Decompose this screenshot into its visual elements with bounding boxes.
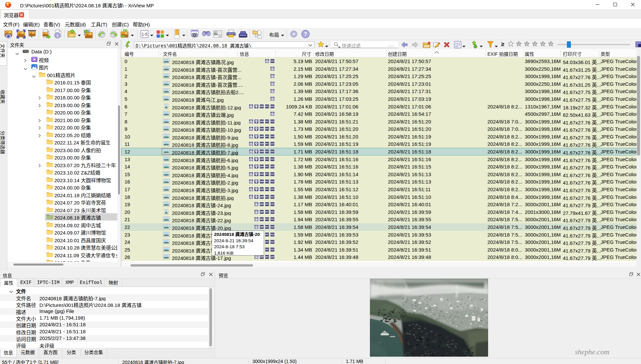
svg-text:IPTC: IPTC xyxy=(265,257,269,258)
svg-text:IPTC: IPTC xyxy=(265,249,269,251)
svg-text:XMP: XMP xyxy=(260,166,264,168)
svg-text:XMP: XMP xyxy=(260,211,264,213)
svg-text:XMP: XMP xyxy=(260,173,264,175)
svg-text:IPTC: IPTC xyxy=(265,173,269,175)
svg-text:XMP: XMP xyxy=(260,135,264,137)
svg-text:XMP: XMP xyxy=(260,128,264,130)
svg-text:4: 4 xyxy=(542,43,544,46)
svg-text:XMP: XMP xyxy=(260,105,264,107)
svg-text:1: 1 xyxy=(518,43,520,46)
svg-text:XMP: XMP xyxy=(260,143,264,145)
svg-text:?: ? xyxy=(304,31,307,37)
svg-text:XMP: XMP xyxy=(260,226,264,228)
svg-text:IPTC: IPTC xyxy=(265,196,269,198)
svg-text:IPTC: IPTC xyxy=(265,234,269,236)
svg-text:XMP: XMP xyxy=(260,181,264,183)
svg-text:IPTC: IPTC xyxy=(265,136,269,137)
svg-text:5: 5 xyxy=(550,43,552,46)
svg-text:IPTC: IPTC xyxy=(265,181,269,183)
svg-text:XMP: XMP xyxy=(260,150,264,152)
svg-text:1-5: 1-5 xyxy=(142,32,148,37)
svg-text:i: i xyxy=(57,33,58,38)
svg-text:3: 3 xyxy=(534,43,536,46)
svg-text:IPTC: IPTC xyxy=(265,219,269,221)
svg-text:XMP: XMP xyxy=(260,188,264,190)
svg-text:IPTC: IPTC xyxy=(265,106,269,107)
svg-text:2: 2 xyxy=(526,43,528,46)
svg-text:IPTC: IPTC xyxy=(265,189,269,190)
svg-text:IPTC: IPTC xyxy=(265,151,269,152)
svg-text:IPTC: IPTC xyxy=(265,166,269,168)
svg-text:IPTC: IPTC xyxy=(265,211,269,213)
svg-text:XMP: XMP xyxy=(260,256,264,258)
svg-text:XMP: XMP xyxy=(260,204,264,206)
svg-text:IPTC: IPTC xyxy=(265,204,269,206)
svg-text:XMP: XMP xyxy=(260,219,264,221)
svg-text:IPTC: IPTC xyxy=(265,143,269,145)
svg-text:XMP: XMP xyxy=(260,120,264,122)
svg-text:IPTC: IPTC xyxy=(265,121,269,122)
svg-text:IPTC: IPTC xyxy=(265,158,269,160)
svg-text:IPTC: IPTC xyxy=(265,242,269,243)
svg-text:XMP: XMP xyxy=(260,196,264,198)
svg-text:IPTC: IPTC xyxy=(265,128,269,130)
svg-text:XMP: XMP xyxy=(260,158,264,160)
svg-text:IPTC: IPTC xyxy=(265,226,269,228)
